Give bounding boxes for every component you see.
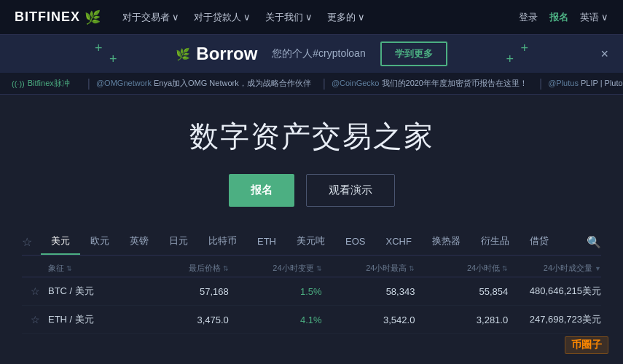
chevron-down-icon: ∨	[172, 12, 179, 23]
decorative-plus-tl: +	[95, 41, 103, 56]
col-low: 24小时低 ⇅	[415, 263, 508, 274]
ticker-item-2: @CoinGecko 我们的2020年年度加密货币报告在这里！	[332, 78, 528, 89]
tab-lending[interactable]: 借贷	[520, 229, 559, 255]
row-high-btc: 58,343	[322, 286, 415, 297]
banner-brand: 🌿 Borrow	[176, 44, 257, 64]
row-volume-eth: 247,698,723美元	[508, 313, 601, 326]
decorative-plus-bl: +	[109, 52, 117, 67]
nav-more[interactable]: 更多的 ∨	[327, 11, 365, 24]
row-low-btc: 55,854	[415, 286, 508, 297]
col-volume: 24小时成交量 ▼	[508, 263, 601, 274]
market-section: ☆ 美元 欧元 英镑 日元 比特币 ETH 美元吨 EOS XCHF 换热器 衍…	[0, 229, 623, 334]
tab-gbp[interactable]: 英镑	[119, 229, 159, 255]
banner-close-button[interactable]: ×	[600, 47, 608, 62]
ticker-separator-3: |	[539, 77, 542, 90]
row-pair-btc: BTC / 美元	[48, 285, 136, 298]
sort-icon[interactable]: ⇅	[66, 265, 72, 272]
chevron-down-icon: ∨	[305, 12, 313, 23]
logo: BITFINEX 🌿	[15, 9, 101, 25]
tab-exchange[interactable]: 换热器	[422, 229, 471, 255]
hero-title: 数字资产交易之家	[189, 116, 434, 157]
nav-about[interactable]: 关于我们 ∨	[265, 11, 313, 24]
banner-tagline: 您的个人#cryptoloan	[272, 47, 365, 60]
row-pair-eth: ETH / 美元	[48, 313, 136, 326]
market-search-icon[interactable]: 🔍	[587, 235, 601, 249]
sort-icon[interactable]: ⇅	[223, 265, 229, 272]
tab-btc[interactable]: 比特币	[198, 229, 247, 255]
row-low-eth: 3,281.0	[415, 314, 508, 325]
decorative-plus-br: +	[506, 52, 514, 67]
ticker-wave-icon: ((·))	[12, 79, 25, 88]
nav-traders[interactable]: 对于交易者 ∨	[122, 11, 179, 24]
logo-text: BITFINEX	[15, 9, 80, 25]
row-volume-btc: 480,646,215美元	[508, 285, 601, 298]
ticker-inner: ((·)) Bitfinex脉冲 | @OMGnetwork Enya加入OMG…	[12, 77, 623, 90]
row-change-btc: 1.5%	[229, 286, 322, 297]
col-price: 最后价格 ⇅	[136, 263, 229, 274]
watermark: 币圈子	[565, 336, 608, 354]
ticker-separator: |	[87, 77, 90, 90]
chevron-down-icon: ∨	[601, 12, 608, 23]
tab-eur[interactable]: 欧元	[80, 229, 119, 255]
ticker-badge-label: Bitfinex脉冲	[28, 78, 70, 89]
tab-eth[interactable]: ETH	[247, 230, 286, 254]
tab-udt[interactable]: 美元吨	[286, 229, 335, 255]
hero-demo-button[interactable]: 观看演示	[306, 174, 395, 207]
nav-links: 对于交易者 ∨ 对于贷款人 ∨ 关于我们 ∨ 更多的 ∨	[122, 11, 519, 24]
market-table: 象征 ⇅ 最后价格 ⇅ 24小时变更 ⇅ 24小时最高 ⇅ 24小时低 ⇅ 24…	[22, 260, 601, 334]
chevron-down-icon: ∨	[358, 12, 365, 23]
news-ticker: ((·)) Bitfinex脉冲 | @OMGnetwork Enya加入OMG…	[0, 73, 623, 95]
col-symbol: 象征 ⇅	[48, 263, 136, 274]
ticker-badge: ((·)) Bitfinex脉冲	[12, 78, 70, 89]
table-row: ☆ ETH / 美元 3,475.0 4.1% 3,542.0 3,281.0 …	[22, 306, 601, 334]
hero-section: 数字资产交易之家 报名 观看演示	[0, 95, 623, 221]
banner-borrow-label: Borrow	[196, 44, 257, 64]
row-change-eth: 4.1%	[229, 314, 322, 325]
tab-eos[interactable]: EOS	[335, 230, 375, 254]
language-selector[interactable]: 英语 ∨	[580, 11, 608, 24]
tab-usd[interactable]: 美元	[41, 229, 80, 255]
signup-button[interactable]: 报名	[549, 11, 568, 24]
sort-icon[interactable]: ⇅	[316, 265, 322, 272]
decorative-plus-tr: +	[520, 41, 528, 56]
logo-leaf-icon: 🌿	[85, 9, 101, 25]
tab-derivatives[interactable]: 衍生品	[471, 229, 520, 255]
ticker-separator-2: |	[323, 77, 326, 90]
sort-icon[interactable]: ⇅	[502, 265, 508, 272]
tab-xchf[interactable]: XCHF	[375, 230, 421, 254]
banner-cta-button[interactable]: 学到更多	[380, 41, 447, 66]
ticker-item-3: @Plutus PLIP | Pluton流动	[548, 78, 623, 89]
sort-icon[interactable]: ⇅	[409, 265, 415, 272]
nav-right: 登录 报名 英语 ∨	[519, 11, 608, 24]
col-change: 24小时变更 ⇅	[229, 263, 322, 274]
ticker-item-1: @OMGnetwork Enya加入OMG Network，成为战略合作伙伴	[96, 78, 311, 89]
row-star-eth[interactable]: ☆	[22, 314, 48, 325]
banner-leaf-icon: 🌿	[176, 47, 190, 61]
row-price-btc: 57,168	[136, 286, 229, 297]
promo-banner: + + + + 🌿 Borrow 您的个人#cryptoloan 学到更多 ×	[0, 35, 623, 73]
chevron-down-icon: ∨	[243, 12, 251, 23]
hero-signup-button[interactable]: 报名	[229, 174, 294, 207]
row-price-eth: 3,475.0	[136, 314, 229, 325]
favorites-star-icon[interactable]: ☆	[22, 235, 32, 249]
table-header: 象征 ⇅ 最后价格 ⇅ 24小时变更 ⇅ 24小时最高 ⇅ 24小时低 ⇅ 24…	[22, 260, 601, 277]
hero-buttons: 报名 观看演示	[229, 174, 395, 207]
col-high: 24小时最高 ⇅	[322, 263, 415, 274]
col-star	[22, 263, 48, 274]
tab-jpy[interactable]: 日元	[159, 229, 198, 255]
table-row: ☆ BTC / 美元 57,168 1.5% 58,343 55,854 480…	[22, 277, 601, 306]
sort-icon[interactable]: ▼	[595, 265, 601, 272]
login-button[interactable]: 登录	[519, 11, 538, 24]
nav-lenders[interactable]: 对于贷款人 ∨	[194, 11, 251, 24]
row-high-eth: 3,542.0	[322, 314, 415, 325]
market-tabs: ☆ 美元 欧元 英镑 日元 比特币 ETH 美元吨 EOS XCHF 换热器 衍…	[22, 229, 601, 256]
row-star-btc[interactable]: ☆	[22, 285, 48, 297]
navbar: BITFINEX 🌿 对于交易者 ∨ 对于贷款人 ∨ 关于我们 ∨ 更多的 ∨ …	[0, 0, 623, 35]
